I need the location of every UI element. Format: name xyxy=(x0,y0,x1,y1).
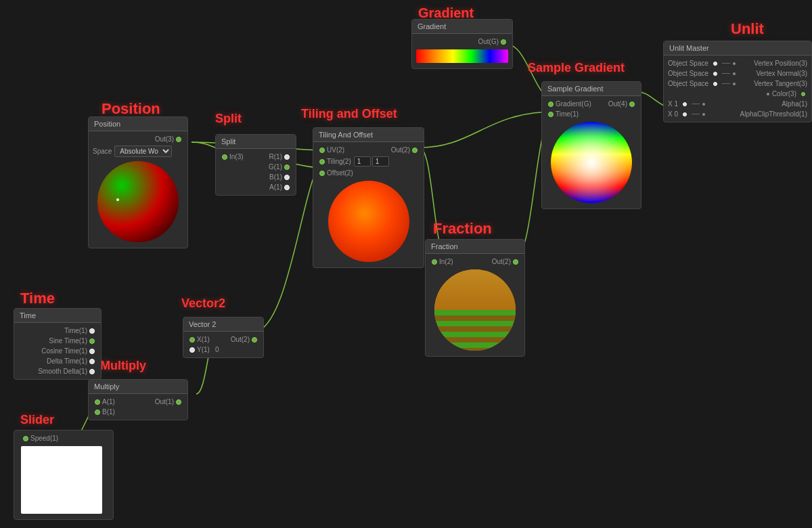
tiling-offset-title: Tiling and Offset xyxy=(301,107,397,121)
multiply-a-port[interactable] xyxy=(95,399,100,405)
sg-time-port[interactable] xyxy=(548,112,554,117)
tiling-x-input[interactable]: 1 xyxy=(354,156,371,167)
split-a-port[interactable] xyxy=(284,185,290,190)
sample-gradient-title: Sample Gradient xyxy=(528,61,625,75)
unlit-port-0[interactable] xyxy=(713,62,717,66)
sample-gradient-header: Sample Gradient xyxy=(542,82,641,96)
multiply-b-port[interactable] xyxy=(95,410,100,415)
fraction-title: Fraction xyxy=(433,220,492,238)
unlit-row-3: Color(3) xyxy=(664,89,811,99)
unlit-dot-0 xyxy=(733,62,736,65)
vector2-out-label: Out(2) xyxy=(231,336,250,343)
time-sine-port[interactable] xyxy=(89,338,95,344)
multiply-title: Multiply xyxy=(100,359,146,373)
fraction-node: Fraction In(2) Out(2) xyxy=(425,239,525,357)
unlit-right-1: Vertex Normal(3) xyxy=(756,70,807,77)
unlit-port-2[interactable] xyxy=(713,82,717,86)
tiling-offset-header: Tiling And Offset xyxy=(313,128,424,142)
unlit-row-5: X 0 AlphaClipThreshold(1) xyxy=(664,109,811,119)
split-in-port[interactable] xyxy=(222,154,227,160)
gradient-header: Gradient xyxy=(412,20,512,34)
multiply-out-label: Out(1) xyxy=(155,398,174,405)
unlit-port-5[interactable] xyxy=(683,112,687,116)
time-title: Time xyxy=(20,290,55,307)
position-title: Position xyxy=(102,100,160,118)
fraction-in-port[interactable] xyxy=(432,259,437,265)
unlit-port-4[interactable] xyxy=(683,102,687,106)
unlit-right-5: AlphaClipThreshold(1) xyxy=(740,110,808,118)
position-out-port[interactable] xyxy=(176,137,181,142)
unlit-header: Unlit Master xyxy=(664,41,811,56)
unlit-dot-2 xyxy=(733,83,736,85)
unlit-right-2: Vertex Tangent(3) xyxy=(754,80,807,87)
time-cosine-port[interactable] xyxy=(89,349,95,354)
split-node: Split In(3) R(1) G(1) B(1) xyxy=(215,134,296,196)
sg-gradient-label: Gradient(G) xyxy=(556,100,591,108)
time-node: Time Time(1) Sine Time(1) Cosine Time(1)… xyxy=(14,308,102,380)
time-sine-label: Sine Time(1) xyxy=(49,337,87,345)
gradient-out-port[interactable] xyxy=(501,39,506,45)
sg-out-port[interactable] xyxy=(629,102,635,107)
unlit-dot-1 xyxy=(733,72,736,75)
multiply-b-label: B(1) xyxy=(102,408,115,416)
tiling-uv-port[interactable] xyxy=(319,148,325,153)
time-delta-port[interactable] xyxy=(89,359,95,364)
unlit-left-4: X 1 xyxy=(668,100,678,108)
position-header: Position xyxy=(89,117,187,131)
sg-gradient-port[interactable] xyxy=(548,102,554,107)
tiling-tiling-port[interactable] xyxy=(319,159,325,164)
multiply-node: Multiply A(1) Out(1) B(1) xyxy=(88,379,188,420)
vector2-x-label: X(1) xyxy=(197,336,210,343)
split-title: Split xyxy=(215,112,242,126)
unlit-left-1: Object Space xyxy=(668,70,708,77)
nodes-container: Gradient Sample Gradient Unlit Position … xyxy=(0,0,812,528)
split-in-label: In(3) xyxy=(229,153,244,160)
unlit-title: Unlit xyxy=(731,20,764,38)
vector2-node: Vector 2 X(1) Out(2) Y(1) 0 xyxy=(183,317,264,358)
split-header: Split xyxy=(216,135,296,149)
position-preview xyxy=(97,161,179,242)
gradient-node: Gradient Out(G) xyxy=(411,19,513,69)
slider-port[interactable] xyxy=(23,436,28,441)
tiling-tiling-label: Tiling(2) xyxy=(327,158,351,165)
split-g-port[interactable] xyxy=(284,164,290,170)
fraction-in-label: In(2) xyxy=(439,258,453,265)
unlit-dot-4 xyxy=(702,103,705,106)
split-r-label: R(1) xyxy=(269,153,282,160)
sample-gradient-node: Sample Gradient Gradient(G) Out(4) Time(… xyxy=(541,81,641,209)
vector2-y-value: 0 xyxy=(215,346,219,353)
position-out-label: Out(3) xyxy=(155,135,174,143)
unlit-right-4: Alpha(1) xyxy=(782,100,807,108)
time-smooth-port[interactable] xyxy=(89,369,95,374)
tiling-y-input[interactable]: 1 xyxy=(372,156,389,167)
split-b-port[interactable] xyxy=(284,175,290,180)
unlit-left-0: Object Space xyxy=(668,60,708,67)
unlit-row-0: Object Space Vertex Position(3) xyxy=(664,58,811,68)
time-cosine-label: Cosine Time(1) xyxy=(41,347,87,355)
time-header: Time xyxy=(14,309,101,323)
tiling-offset-port[interactable] xyxy=(319,171,325,176)
position-space-label: Space xyxy=(93,148,112,155)
unlit-row-1: Object Space Vertex Normal(3) xyxy=(664,68,811,79)
unlit-color-port[interactable] xyxy=(801,92,805,96)
tiling-offset-preview xyxy=(328,181,409,262)
multiply-out-port[interactable] xyxy=(176,399,181,405)
vector2-y-port[interactable] xyxy=(189,347,195,353)
position-space-select[interactable]: Absolute Wo xyxy=(114,146,172,157)
tiling-out-port[interactable] xyxy=(412,148,418,153)
split-r-port[interactable] xyxy=(284,154,290,160)
multiply-a-label: A(1) xyxy=(102,398,115,405)
slider-node: Speed(1) xyxy=(14,430,114,520)
split-g-label: G(1) xyxy=(269,163,282,171)
unlit-row-4: X 1 Alpha(1) xyxy=(664,99,811,109)
time-time-label: Time(1) xyxy=(64,327,87,334)
tiling-offset-node: Tiling And Offset UV(2) Out(2) Tiling(2)… xyxy=(313,127,424,268)
fraction-out-port[interactable] xyxy=(513,259,518,265)
unlit-port-1[interactable] xyxy=(713,72,717,76)
vector2-x-port[interactable] xyxy=(189,337,195,343)
fraction-header: Fraction xyxy=(426,240,524,254)
unlit-left-2: Object Space xyxy=(668,80,708,87)
time-delta-label: Delta Time(1) xyxy=(47,357,87,365)
vector2-out-port[interactable] xyxy=(252,337,257,343)
time-time-port[interactable] xyxy=(89,328,95,334)
